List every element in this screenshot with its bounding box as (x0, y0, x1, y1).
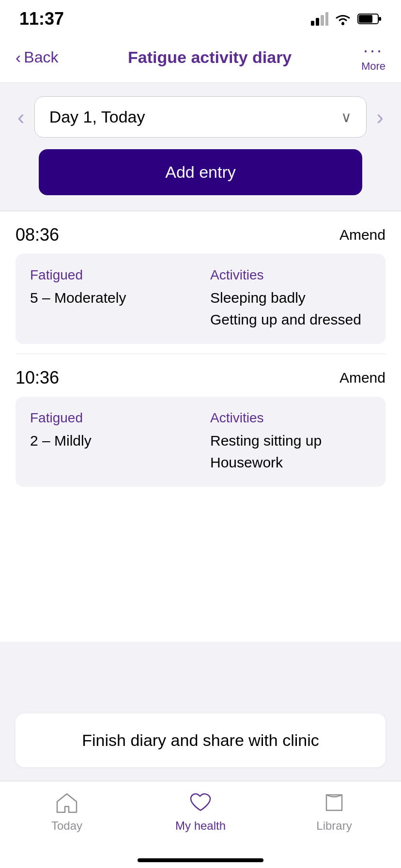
back-chevron-icon: ‹ (15, 48, 21, 67)
chevron-down-icon: ∨ (341, 108, 352, 125)
entry-card-1: Fatigued 5 – Moderately Activities Sleep… (15, 254, 386, 344)
tab-myhealth-icon (187, 790, 214, 815)
finish-diary-button[interactable]: Finish diary and share with clinic (15, 713, 386, 767)
tab-today[interactable]: Today (0, 790, 134, 833)
back-button[interactable]: ‹ Back (15, 48, 58, 67)
tab-today-label: Today (51, 819, 82, 833)
app-header: ‹ Back Fatigue activity diary ··· More (0, 34, 401, 83)
day-selector-area: ‹ Day 1, Today ∨ › (0, 83, 401, 145)
entry-block-2: 10:36 Amend Fatigued 2 – Mildly Activiti… (15, 354, 386, 496)
prev-day-button[interactable]: ‹ (15, 107, 27, 128)
day-dropdown-text: Day 1, Today (49, 108, 145, 126)
fatigue-label-2: Fatigued (30, 410, 191, 426)
tab-library-icon (321, 790, 348, 815)
svg-rect-6 (379, 17, 381, 21)
status-icons (311, 12, 382, 26)
entry-col-activities-1: Activities Sleeping badlyGetting up and … (210, 267, 371, 330)
entry-header-2: 10:36 Amend (15, 368, 386, 388)
home-indicator (138, 858, 263, 862)
activities-label-2: Activities (210, 410, 371, 426)
activities-label-1: Activities (210, 267, 371, 283)
battery-icon (357, 13, 382, 25)
entry-header-1: 08:36 Amend (15, 225, 386, 245)
svg-rect-3 (325, 12, 328, 26)
status-time: 11:37 (19, 9, 64, 29)
content-spacer (15, 496, 386, 642)
fatigue-value-2: 2 – Mildly (30, 430, 191, 451)
entry-card-2: Fatigued 2 – Mildly Activities Resting s… (15, 397, 386, 487)
activities-value-2: Resting sitting upHousework (210, 430, 371, 473)
entry-col-fatigue-2: Fatigued 2 – Mildly (30, 410, 191, 473)
more-dots-icon: ··· (363, 42, 384, 59)
signal-icon (311, 12, 328, 26)
entry-col-fatigue-1: Fatigued 5 – Moderately (30, 267, 191, 330)
wifi-icon (334, 12, 352, 26)
entry-col-activities-2: Activities Resting sitting upHousework (210, 410, 371, 473)
back-label: Back (24, 48, 58, 66)
svg-point-4 (341, 22, 344, 25)
amend-button-2[interactable]: Amend (339, 370, 386, 386)
svg-rect-1 (316, 18, 319, 26)
svg-rect-0 (311, 21, 314, 26)
day-dropdown[interactable]: Day 1, Today ∨ (34, 96, 367, 138)
svg-rect-7 (359, 15, 372, 23)
fatigue-label-1: Fatigued (30, 267, 191, 283)
page-title: Fatigue activity diary (58, 48, 361, 67)
add-entry-button[interactable]: Add entry (39, 149, 362, 195)
more-button[interactable]: ··· More (361, 42, 386, 73)
status-bar: 11:37 (0, 0, 401, 34)
tab-bar: Today My health Library (0, 781, 401, 868)
amend-button-1[interactable]: Amend (339, 227, 386, 243)
entries-area: 08:36 Amend Fatigued 5 – Moderately Acti… (0, 211, 401, 642)
tab-today-icon (53, 790, 80, 815)
tab-myhealth[interactable]: My health (134, 790, 267, 833)
tab-library-label: Library (316, 819, 352, 833)
entry-time-1: 08:36 (15, 225, 59, 245)
entry-time-2: 10:36 (15, 368, 59, 388)
activities-value-1: Sleeping badlyGetting up and dressed (210, 287, 371, 330)
more-label: More (361, 60, 386, 73)
tab-myhealth-label: My health (175, 819, 226, 833)
tab-library[interactable]: Library (267, 790, 401, 833)
add-entry-area: Add entry (0, 145, 401, 211)
svg-rect-2 (321, 15, 324, 26)
fatigue-value-1: 5 – Moderately (30, 287, 191, 309)
next-day-button[interactable]: › (374, 107, 386, 128)
entry-block-1: 08:36 Amend Fatigued 5 – Moderately Acti… (15, 211, 386, 354)
bottom-action-area: Finish diary and share with clinic (0, 700, 401, 781)
